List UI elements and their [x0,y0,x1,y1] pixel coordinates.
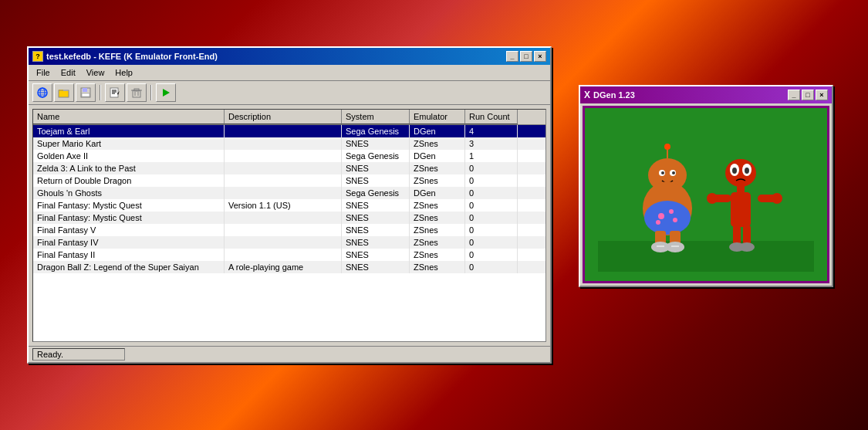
toolbar-edit-button[interactable] [105,83,125,102]
svg-point-53 [772,193,782,204]
table-cell: ZSnes [410,162,465,174]
toolbar [29,81,550,105]
table-cell: ZSnes [410,249,465,261]
svg-rect-48 [737,185,745,193]
col-emulator: Emulator [410,110,465,124]
table-cell: ZSnes [410,236,465,249]
menu-help[interactable]: Help [110,66,137,79]
toolbar-globe-button[interactable] [32,83,52,102]
titlebar-left: ? test.kefedb - KEFE (K Emulator Front-E… [32,51,218,62]
table-cell [225,212,342,224]
table-cell: SNES [342,174,410,187]
svg-point-28 [672,171,675,174]
table-cell: DGen [410,125,465,137]
game-table: Name Description System Emulator Run Cou… [32,109,546,342]
table-cell: Sega Genesis [342,125,410,137]
table-cell: A role-playing game [225,261,342,273]
svg-point-57 [739,242,755,252]
table-row[interactable]: Ghouls 'n GhostsSega GenesisDGen0 [33,187,545,199]
col-name: Name [33,110,225,124]
open-folder-icon [58,86,70,99]
col-description: Description [225,110,342,124]
svg-rect-49 [731,192,751,227]
kefe-maximize-button[interactable]: □ [520,51,532,62]
svg-rect-54 [733,225,741,245]
menu-file[interactable]: File [32,66,55,79]
save-icon [79,86,92,99]
table-row[interactable]: Final Fantasy IVSNESZSnes0 [33,236,545,249]
table-cell: SNES [342,162,410,174]
table-row[interactable]: Super Mario KartSNESZSnes3 [33,137,545,150]
table-row[interactable]: Final Fantasy: Mystic QuestVersion 1.1 (… [33,199,545,212]
kefe-titlebar: ? test.kefedb - KEFE (K Emulator Front-E… [29,48,550,65]
status-text: Ready. [32,348,125,361]
dgen-x-label: X [584,90,590,100]
table-row[interactable]: Dragon Ball Z: Legend of the Super Saiya… [33,261,545,273]
table-cell: 0 [465,199,518,212]
svg-rect-10 [82,93,90,96]
table-cell: ZSnes [410,174,465,187]
table-cell [225,187,342,199]
table-cell: Dragon Ball Z: Legend of the Super Saiya… [33,261,225,273]
table-row[interactable]: Final Fantasy VSNESZSnes0 [33,224,545,236]
table-cell [225,174,342,187]
dgen-close-button[interactable]: × [816,90,828,100]
table-row[interactable]: Zelda 3: A Link to the PastSNESZSnes0 [33,162,545,174]
globe-icon [36,86,49,99]
svg-point-52 [707,193,718,204]
table-row[interactable]: Toejam & EarlSega GenesisDGen4 [33,125,545,137]
menu-bar: File Edit View Help [29,65,550,81]
table-cell: Zelda 3: A Link to the Past [33,162,225,174]
table-cell: DGen [410,150,465,162]
table-cell: SNES [342,261,410,273]
table-cell: ZSnes [410,199,465,212]
toolbar-delete-button[interactable] [127,83,147,102]
table-cell: Ghouls 'n Ghosts [33,187,225,199]
toolbar-open-button[interactable] [54,83,74,102]
svg-point-27 [661,171,664,174]
table-cell: Final Fantasy: Mystic Quest [33,212,225,224]
kefe-minimize-button[interactable]: _ [506,51,518,62]
dgen-title-left: X DGen 1.23 [584,90,635,100]
table-cell: DGen [410,187,465,199]
table-cell: SNES [342,199,410,212]
table-row[interactable]: Final Fantasy: Mystic QuestSNESZSnes0 [33,212,545,224]
table-cell [225,162,342,174]
table-cell: 1 [465,150,518,162]
table-cell: SNES [342,236,410,249]
table-cell: 0 [465,187,518,199]
table-cell: ZSnes [410,261,465,273]
edit-icon [109,86,121,99]
table-cell: Return of Double Dragon [33,174,225,187]
svg-point-42 [664,144,670,150]
table-cell: 0 [465,174,518,187]
table-row[interactable]: Return of Double DragonSNESZSnes0 [33,174,545,187]
dgen-minimize-button[interactable]: _ [788,90,800,100]
menu-view[interactable]: View [82,66,110,79]
dgen-window: X DGen 1.23 _ □ × [579,85,833,287]
toolbar-save-button[interactable] [76,83,96,102]
table-cell: Sega Genesis [342,187,410,199]
dgen-game-area [583,106,829,283]
toolbar-separator-2 [150,85,152,100]
table-cell: 4 [465,125,518,137]
table-cell: 0 [465,249,518,261]
kefe-close-button[interactable]: × [534,51,546,62]
dgen-title: DGen 1.23 [593,90,635,100]
menu-edit[interactable]: Edit [56,66,80,79]
toolbar-run-button[interactable] [156,83,176,102]
table-cell [225,236,342,249]
game-screen [598,117,814,272]
kefe-window-controls: _ □ × [506,51,546,62]
table-cell: 0 [465,261,518,273]
table-cell: Super Mario Kart [33,137,225,150]
table-cell [225,150,342,162]
table-cell: Golden Axe II [33,150,225,162]
table-cell [225,125,342,137]
dgen-restore-button[interactable]: □ [802,90,814,100]
svg-point-34 [656,220,660,225]
table-row[interactable]: Final Fantasy IISNESZSnes0 [33,249,545,261]
table-row[interactable]: Golden Axe IISega GenesisDGen1 [33,150,545,162]
dgen-controls: _ □ × [788,90,828,100]
dgen-titlebar: X DGen 1.23 _ □ × [580,86,832,103]
